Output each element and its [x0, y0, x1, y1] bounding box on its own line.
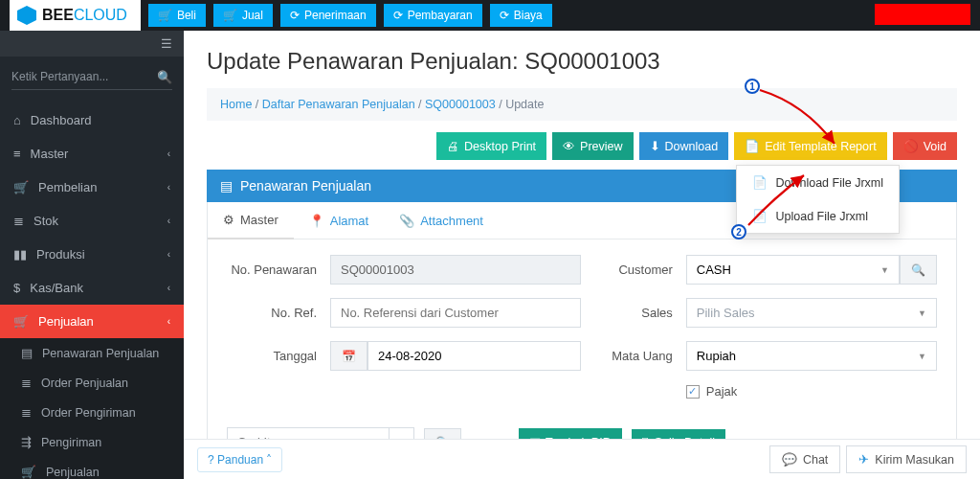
preview-button[interactable]: 👁Preview [552, 132, 633, 160]
chevron-up-icon: ˄ [266, 453, 272, 467]
sidebar-sub-penawaran[interactable]: ▤Penawaran Penjualan [0, 338, 184, 368]
edit-template-button[interactable]: 📄Edit Template Report [734, 132, 887, 160]
paperclip-icon: 📎 [399, 214, 414, 228]
topnav-penerimaan-button[interactable]: ⟳Penerimaan [280, 4, 376, 27]
topbar: BEECLOUD 🛒Beli 🛒Jual ⟳Penerimaan ⟳Pembay… [0, 0, 980, 31]
download-button[interactable]: ⬇Download [639, 132, 729, 160]
money-in-icon: ⟳ [290, 9, 300, 22]
desktop-print-button[interactable]: 🖨Desktop Print [436, 132, 546, 160]
breadcrumb-id[interactable]: SQ00001003 [425, 98, 496, 111]
search-icon: 🔍 [157, 70, 172, 84]
customer-search-button[interactable]: 🔍 [900, 255, 937, 285]
main-content: Update Penawaran Penjualan: SQ00001003 H… [184, 31, 980, 479]
help-icon: ? [208, 453, 214, 467]
chevron-icon: ‹ [167, 216, 170, 226]
sidebar-sub-penjualan[interactable]: 🛒Penjualan [0, 457, 184, 479]
download-icon: ⬇ [650, 139, 660, 153]
mata-uang-select[interactable]: Rupiah▼ [686, 341, 937, 371]
send-icon: ✈ [858, 452, 869, 467]
chevron-icon: ‹ [167, 249, 170, 260]
caret-icon: ▼ [880, 265, 889, 275]
edit-template-dropdown: 📄Download File Jrxml 📄Upload File Jrxml [736, 165, 900, 234]
panduan-button[interactable]: ? Panduan ˄ [197, 447, 282, 472]
gears-icon: ⚙ [223, 213, 234, 227]
sidebar-item-dashboard[interactable]: ⌂Dashboard [0, 103, 184, 137]
sales-select[interactable]: Pilih Sales▼ [686, 298, 937, 328]
download-jrxml-item[interactable]: 📄Download File Jrxml [737, 166, 899, 199]
panel-body: ⚙Master 📍Alamat 📎Attachment No. Penawara… [207, 202, 957, 473]
caret-icon: ▼ [918, 308, 926, 318]
database-icon: ≡ [13, 147, 21, 161]
doc-icon: ▤ [220, 178, 233, 194]
pajak-checkbox[interactable]: ✓ Pajak [686, 384, 738, 399]
cart-icon: 🛒 [13, 314, 29, 329]
brand-logo[interactable]: BEECLOUD [10, 0, 141, 31]
logo-text-1: BEE [42, 7, 74, 23]
sidebar-subnav: ▤Penawaran Penjualan ≣Order Penjualan ≣O… [0, 338, 184, 479]
search-icon: 🔍 [911, 263, 925, 277]
customer-select[interactable]: CASH▼ [686, 255, 900, 285]
list-icon: ≣ [21, 376, 32, 390]
sidebar-toggle[interactable]: ☰ [0, 31, 184, 57]
breadcrumb-list[interactable]: Daftar Penawaran Penjualan [262, 98, 415, 111]
mata-uang-label: Mata Uang [600, 349, 686, 363]
home-icon: ⌂ [13, 113, 21, 127]
ban-icon: 🚫 [903, 139, 919, 153]
sidebar-search-input[interactable] [11, 64, 157, 89]
footer-bar: ? Panduan ˄ 💬Chat ✈Kirim Masukan [184, 439, 980, 479]
void-button[interactable]: 🚫Void [893, 132, 957, 160]
sidebar-item-pembelian[interactable]: 🛒Pembelian‹ [0, 171, 184, 204]
tab-alamat[interactable]: 📍Alamat [294, 202, 384, 239]
sidebar-item-kasbank[interactable]: $Kas/Bank‹ [0, 271, 184, 305]
wallet-icon: $ [13, 281, 20, 295]
chat-icon: 💬 [782, 452, 797, 467]
logo-text-2: CLOUD [74, 7, 127, 23]
sales-label: Sales [600, 306, 686, 320]
truck-icon: ⇶ [21, 435, 32, 449]
sidebar-item-master[interactable]: ≡Master‹ [0, 137, 184, 171]
tab-attachment[interactable]: 📎Attachment [384, 202, 499, 239]
no-ref-label: No. Ref. [227, 306, 330, 320]
redacted-user-box [875, 4, 970, 25]
sidebar-sub-pengiriman[interactable]: ⇶Pengiriman [0, 427, 184, 457]
print-icon: 🖨 [447, 140, 459, 153]
annotation-step-2: 2 [731, 224, 746, 240]
breadcrumb-home[interactable]: Home [220, 98, 252, 111]
page-title: Update Penawaran Penjualan: SQ00001003 [207, 48, 957, 75]
tanggal-input[interactable] [368, 341, 581, 371]
sidebar-item-stok[interactable]: ≣Stok‹ [0, 204, 184, 238]
topnav-beli-button[interactable]: 🛒Beli [148, 4, 206, 27]
action-row: 🖨Desktop Print 👁Preview ⬇Download 📄Edit … [207, 132, 957, 160]
chevron-icon: ‹ [167, 283, 170, 293]
customer-label: Customer [600, 262, 686, 277]
feedback-button[interactable]: ✈Kirim Masukan [846, 445, 967, 473]
breadcrumb-current: Update [505, 98, 544, 111]
chart-icon: ▮▮ [13, 247, 27, 262]
topnav-biaya-button[interactable]: ⟳Biaya [490, 4, 552, 27]
sidebar: ☰ 🔍 ⌂Dashboard ≡Master‹ 🛒Pembelian‹ ≣Sto… [0, 31, 184, 479]
sidebar-search[interactable]: 🔍 [11, 64, 172, 90]
chat-button[interactable]: 💬Chat [769, 445, 840, 473]
caret-icon: ▼ [918, 352, 926, 361]
doc-icon: ▤ [21, 346, 33, 360]
menu-icon: ☰ [161, 36, 172, 51]
file-icon: 📄 [752, 175, 768, 190]
tab-master[interactable]: ⚙Master [208, 202, 294, 240]
chevron-icon: ‹ [167, 148, 170, 159]
file-icon: 📄 [745, 139, 760, 153]
topnav-pembayaran-button[interactable]: ⟳Pembayaran [384, 4, 482, 27]
topnav-jual-button[interactable]: 🛒Jual [213, 4, 273, 27]
list-icon: ≣ [21, 405, 32, 420]
sidebar-item-produksi[interactable]: ▮▮Produksi‹ [0, 238, 184, 271]
eye-icon: 👁 [563, 140, 575, 153]
sidebar-sub-order-pengiriman[interactable]: ≣Order Pengiriman [0, 398, 184, 427]
sidebar-sub-order[interactable]: ≣Order Penjualan [0, 368, 184, 398]
form-area: No. Penawaran Customer CASH▼ 🔍 No. Ref. [208, 240, 956, 427]
upload-jrxml-item[interactable]: 📄Upload File Jrxml [737, 199, 899, 233]
sidebar-item-penjualan[interactable]: 🛒Penjualan‹ [0, 305, 184, 338]
cart-icon: 🛒 [223, 9, 237, 22]
no-ref-input[interactable] [330, 298, 581, 328]
cart-icon: 🛒 [21, 465, 36, 479]
tanggal-label: Tanggal [227, 349, 330, 363]
calendar-button[interactable]: 📅 [330, 341, 368, 371]
